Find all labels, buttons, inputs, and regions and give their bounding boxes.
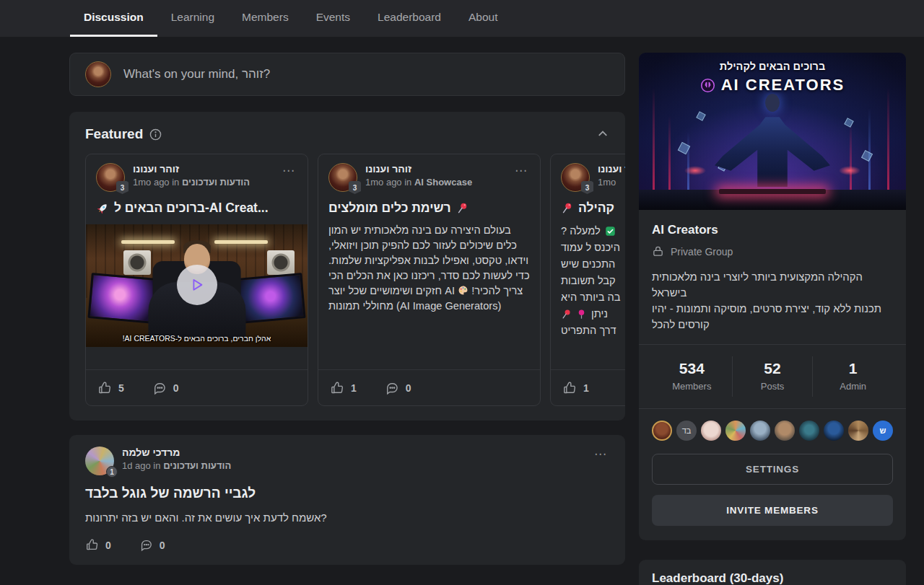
author-name[interactable]: מרדכי שלמה: [122, 447, 583, 458]
member-avatar[interactable]: [824, 421, 844, 441]
channel-link[interactable]: הודעות ועדכונים: [182, 177, 250, 188]
post-title[interactable]: ברוכים הבאים ל-AI Creat...: [86, 201, 308, 216]
more-options-icon[interactable]: ⋯: [279, 163, 297, 178]
lock-icon: [652, 245, 664, 258]
member-avatar[interactable]: [701, 421, 721, 441]
like-icon[interactable]: [330, 381, 344, 395]
group-name: AI Creators: [652, 223, 893, 237]
level-badge: 3: [349, 181, 361, 194]
comment-count[interactable]: 0: [160, 540, 165, 551]
tab-events[interactable]: Events: [302, 0, 364, 37]
leaderboard-card: Leaderboard (30-days): [639, 560, 906, 585]
member-avatar[interactable]: [799, 421, 819, 441]
author-name[interactable]: זוהר וענונו: [365, 163, 504, 175]
like-count[interactable]: 0: [105, 540, 111, 551]
level-badge: 3: [116, 181, 128, 194]
comment-count[interactable]: 0: [173, 382, 179, 394]
tab-members[interactable]: Members: [228, 0, 302, 37]
member-avatar[interactable]: [775, 421, 795, 441]
group-banner-image: ברוכים הבאים לקהילת AI CREATORS: [639, 53, 906, 210]
monitor-right: [236, 273, 306, 324]
settings-button[interactable]: SETTINGS: [652, 454, 893, 485]
post-title[interactable]: קהילה: [551, 201, 625, 216]
stat-members[interactable]: 534 Members: [652, 356, 732, 397]
tab-leaderboard[interactable]: Leaderboard: [364, 0, 455, 37]
member-avatar[interactable]: [750, 421, 770, 441]
video-thumbnail[interactable]: אהלן חברים, ברוכים הבאים ל-AI CREATORS!: [86, 224, 308, 347]
studio-light: [214, 240, 268, 244]
group-description: הקהילה המקצועית ביותר ליוצרי בינה מלאכות…: [652, 269, 893, 333]
featured-card-welcome[interactable]: 3 זוהר וענונו 1mo ago in הודעות ועדכונים…: [85, 154, 308, 406]
author-name[interactable]: זוהר וענונו: [133, 163, 271, 175]
banner-figure: [765, 94, 780, 112]
post-body: בעולם היצירה עם בינה מלאכותית יש המון כל…: [318, 223, 540, 314]
info-icon[interactable]: [149, 128, 162, 141]
tab-discussion[interactable]: Discussion: [70, 0, 157, 37]
rocket-emoji: [96, 202, 109, 215]
post-meta: 1mo ago in AI Showcase: [365, 177, 504, 188]
play-button[interactable]: [177, 265, 217, 305]
post-meta: 1mo ago in הודעות ועדכונים: [133, 177, 271, 188]
tab-about[interactable]: About: [455, 0, 512, 37]
post-meta: 1mo: [598, 177, 625, 188]
like-icon[interactable]: [85, 538, 99, 552]
banner-keyboard-glow: [719, 189, 826, 194]
author-avatar[interactable]: 3: [96, 163, 125, 192]
comment-count[interactable]: 0: [406, 382, 411, 394]
member-avatar[interactable]: [848, 421, 868, 441]
tab-learning[interactable]: Learning: [157, 0, 228, 37]
monitor-left: [87, 273, 157, 324]
author-avatar[interactable]: 3: [561, 163, 590, 192]
post-title[interactable]: רשימת כלים מומלצים: [318, 201, 540, 216]
channel-link[interactable]: AI Showcase: [414, 177, 472, 188]
current-user-avatar[interactable]: [85, 61, 111, 87]
like-icon[interactable]: [562, 381, 577, 395]
comment-icon[interactable]: [385, 381, 399, 395]
like-icon[interactable]: [97, 381, 112, 395]
banner-brand-row: AI CREATORS: [639, 76, 906, 94]
author-avatar[interactable]: 3: [328, 163, 357, 192]
top-nav: Discussion Learning Members Events Leade…: [0, 0, 924, 37]
comment-icon[interactable]: [152, 381, 167, 395]
featured-title: Featured: [85, 126, 143, 142]
more-options-icon[interactable]: ⋯: [591, 447, 609, 462]
feed-post[interactable]: 1 מרדכי שלמה 1d ago in הודעות ועדכונים ⋯…: [69, 435, 625, 565]
member-avatar[interactable]: [725, 421, 746, 441]
channel-link[interactable]: הודעות ועדכונים: [163, 460, 231, 471]
comment-icon[interactable]: [139, 538, 153, 552]
palette-emoji: [458, 285, 468, 296]
level-badge: 1: [106, 466, 118, 478]
like-count[interactable]: 1: [351, 382, 357, 394]
check-emoji: [605, 226, 616, 237]
featured-card-community[interactable]: 3 זוהר וענונו 1mo קהילה: [550, 154, 625, 406]
featured-card-tools[interactable]: 3 זוהר וענונו 1mo ago in AI Showcase ⋯ ר…: [318, 154, 541, 406]
like-count[interactable]: 5: [118, 382, 124, 394]
group-privacy: Private Group: [652, 245, 893, 258]
leaderboard-title: Leaderboard (30-days): [652, 571, 893, 585]
post-composer[interactable]: What's on your mind, זוהר?: [69, 53, 625, 96]
studio-light: [121, 240, 175, 244]
member-avatar[interactable]: [652, 421, 672, 441]
banner-brand-text: AI CREATORS: [721, 76, 845, 94]
post-age: 1mo ago in: [365, 177, 411, 188]
post-meta: 1d ago in הודעות ועדכונים: [122, 460, 583, 471]
stat-admins[interactable]: 1 Admin: [812, 356, 893, 397]
collapse-chevron-up-icon[interactable]: [596, 128, 609, 141]
author-avatar[interactable]: 1: [85, 447, 114, 475]
member-avatar[interactable]: ש: [873, 421, 893, 441]
post-body: ? למעלה היכנס ל עמוד התכנים שיש קבל תשוב…: [551, 223, 625, 339]
post-title[interactable]: לגביי הרשמה של גוגל בלבד: [85, 485, 609, 501]
privacy-label: Private Group: [671, 246, 733, 258]
video-caption: אהלן חברים, ברוכים הבאים ל-AI CREATORS!: [86, 334, 308, 343]
pushpin-emoji: [456, 202, 468, 214]
studio-speaker: [123, 250, 151, 275]
more-options-icon[interactable]: ⋯: [512, 163, 530, 178]
member-avatar[interactable]: בד: [676, 421, 697, 441]
post-body: אשמח לדעת איך עושים את זה. והאם יש בזה י…: [85, 511, 609, 524]
stat-posts[interactable]: 52 Posts: [732, 356, 813, 397]
brain-logo-icon: [700, 78, 715, 93]
author-name[interactable]: זוהר וענונו: [598, 163, 625, 175]
invite-members-button[interactable]: INVITE MEMBERS: [652, 495, 893, 526]
group-info-card: ברוכים הבאים לקהילת AI CREATORS AI Creat…: [639, 53, 906, 540]
like-count[interactable]: 1: [583, 382, 589, 394]
